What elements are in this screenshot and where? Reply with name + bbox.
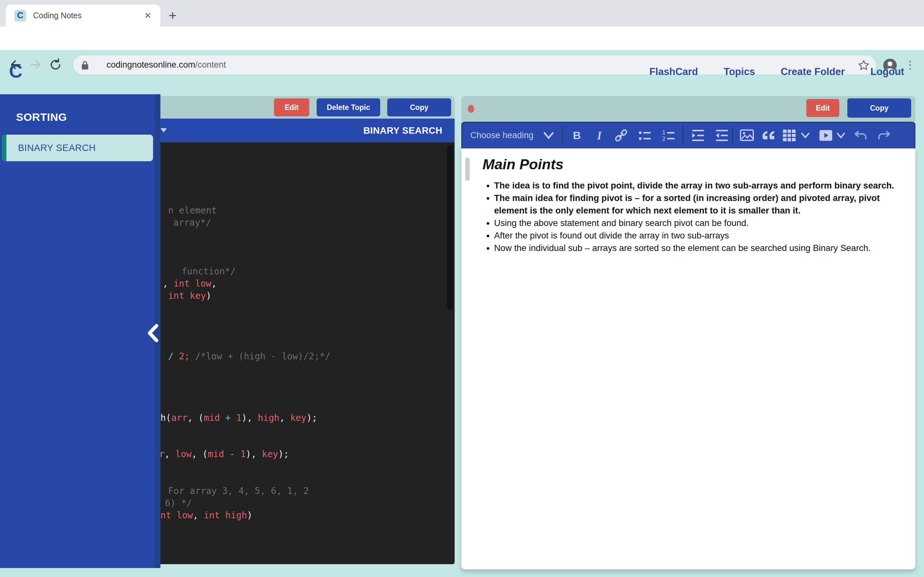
bulleted-list-icon[interactable] — [636, 122, 653, 148]
nav-topics[interactable]: Topics — [724, 66, 755, 77]
code-line: h(arr, (mid + 1), high, key); — [160, 413, 317, 423]
topic-copy-button[interactable]: Copy — [387, 98, 451, 116]
tab-close-icon[interactable]: ✕ — [144, 11, 152, 21]
bold-icon[interactable]: B — [570, 122, 584, 148]
sidebar-item-binary-search[interactable]: BINARY SEARCH — [2, 135, 153, 161]
collapse-sidebar-icon[interactable] — [145, 323, 161, 343]
app-logo[interactable]: C — [9, 60, 23, 82]
chevron-down-icon[interactable] — [800, 122, 810, 148]
favicon: C — [15, 10, 26, 21]
svg-text:1: 1 — [662, 129, 666, 135]
block-quote-icon[interactable] — [761, 122, 778, 148]
svg-text:2: 2 — [662, 135, 666, 142]
url-host: codingnotesonline.com — [107, 60, 195, 69]
code-line: For array 3, 4, 5, 6, 1, 2 — [168, 486, 309, 496]
heading-quote-bar — [465, 158, 470, 181]
code-line: array*/ — [173, 218, 211, 228]
forward-icon[interactable] — [29, 58, 42, 71]
screen: C Coding Notes ✕ + codingnotesonline.com… — [0, 0, 924, 577]
notes-panel: Edit Copy Choose heading B I — [461, 96, 915, 569]
toolbar-separator — [682, 126, 683, 145]
code-line: , int low, — [163, 278, 217, 289]
code-content[interactable]: n elementarray*/function*/, int low,int … — [154, 142, 455, 564]
code-line: 6) */ — [165, 498, 192, 508]
outdent-icon[interactable] — [714, 122, 730, 148]
sidebar-item-label: BINARY SEARCH — [18, 143, 95, 153]
browser-tab[interactable]: C Coding Notes ✕ — [6, 5, 160, 27]
notes-copy-button[interactable]: Copy — [847, 98, 911, 118]
nav-logout[interactable]: Logout — [871, 66, 904, 77]
italic-icon[interactable]: I — [593, 122, 606, 148]
code-line: nt low, int high) — [160, 510, 252, 521]
topic-panel: Edit Delete Topic Copy BINARY SEARCH n e… — [154, 96, 455, 564]
code-line: / 2; /*low + (high - low)/2;*/ — [168, 351, 330, 362]
chevron-down-icon[interactable] — [543, 122, 554, 148]
browser-toolbar: codingnotesonline.com/content ⋮ — [0, 27, 924, 50]
note-bullet: The main idea for finding pivot is – for… — [494, 192, 911, 217]
new-tab-button[interactable]: + — [165, 8, 180, 23]
top-navigation: FlashCard Topics Create Folder Logout — [649, 66, 904, 77]
browser-tabstrip: C Coding Notes ✕ + — [0, 0, 924, 27]
note-bullet-list: The idea is to find the pivot point, div… — [483, 179, 911, 254]
chevron-down-icon[interactable] — [836, 122, 846, 148]
code-line: r, low, (mid - 1), key); — [159, 449, 289, 459]
active-accent-bar — [2, 135, 6, 161]
notes-panel-header: Edit Copy — [461, 96, 915, 122]
topic-edit-button[interactable]: Edit — [274, 98, 309, 116]
code-line: n element — [168, 205, 217, 216]
code-line: function*/ — [182, 266, 236, 277]
lock-icon — [80, 60, 90, 71]
note-bullet: The idea is to find the pivot point, div… — [494, 179, 911, 192]
media-icon[interactable] — [817, 122, 834, 148]
folder-title: SORTING — [16, 111, 67, 123]
editor-toolbar: Choose heading B I 1 — [461, 122, 915, 149]
browser-menu-icon[interactable]: ⋮ — [905, 57, 915, 73]
topic-panel-header: Edit Delete Topic Copy — [154, 96, 455, 119]
heading-dropdown[interactable]: Choose heading — [467, 122, 544, 148]
notes-editor[interactable]: Main Points The idea is to find the pivo… — [461, 148, 915, 569]
reload-icon[interactable] — [49, 58, 62, 71]
link-icon[interactable] — [613, 122, 630, 148]
nav-create-folder[interactable]: Create Folder — [780, 66, 845, 77]
toolbar-separator — [562, 126, 563, 145]
url-path: /content — [195, 60, 226, 69]
topic-titlebar: BINARY SEARCH — [154, 119, 455, 142]
indent-icon[interactable] — [690, 122, 706, 148]
heading-dropdown-label: Choose heading — [470, 131, 533, 140]
image-icon[interactable] — [738, 122, 755, 148]
topic-title: BINARY SEARCH — [363, 119, 443, 142]
nav-flashcard[interactable]: FlashCard — [649, 66, 698, 77]
sidebar: SORTING BINARY SEARCH — [0, 94, 160, 568]
table-icon[interactable] — [781, 122, 798, 148]
chevron-down-icon[interactable] — [160, 128, 167, 132]
topic-delete-button[interactable]: Delete Topic — [317, 98, 380, 116]
tab-title: Coding Notes — [33, 11, 144, 20]
numbered-list-icon[interactable]: 1 2 — [660, 122, 677, 148]
code-scrollbar[interactable] — [447, 145, 453, 310]
undo-icon[interactable] — [853, 122, 869, 148]
status-dot — [468, 105, 474, 113]
redo-icon[interactable] — [875, 122, 892, 148]
note-bullet: After the pivot is found out divide the … — [494, 229, 911, 242]
note-bullet: Using the above statement and binary sea… — [494, 217, 911, 229]
note-bullet: Now the individual sub – arrays are sort… — [494, 242, 911, 254]
url-text: codingnotesonline.com/content — [107, 60, 226, 70]
code-line: int key) — [168, 290, 212, 301]
toolbar-separator — [732, 126, 733, 145]
favicon-letter: C — [17, 11, 23, 21]
notes-edit-button[interactable]: Edit — [806, 99, 839, 117]
note-heading: Main Points — [483, 156, 564, 173]
